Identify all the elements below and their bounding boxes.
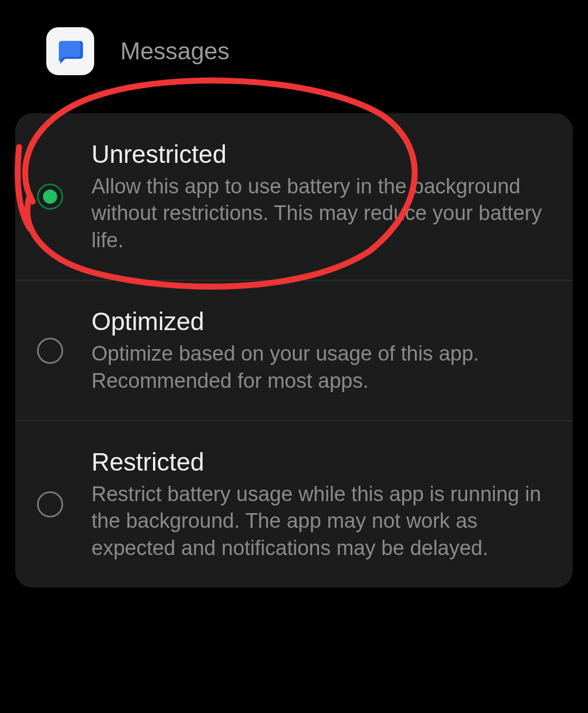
battery-options-card: Unrestricted Allow this app to use batte… xyxy=(15,113,573,588)
option-content: Optimized Optimize based on your usage o… xyxy=(91,307,551,394)
option-description: Optimize based on your usage of this app… xyxy=(91,340,551,394)
option-optimized[interactable]: Optimized Optimize based on your usage o… xyxy=(15,281,573,421)
option-description: Restrict battery usage while this app is… xyxy=(91,481,551,562)
messages-icon xyxy=(55,36,85,66)
app-header: Messages xyxy=(0,0,588,97)
radio-unrestricted[interactable] xyxy=(37,184,63,210)
radio-restricted[interactable] xyxy=(37,491,63,517)
radio-optimized[interactable] xyxy=(37,338,63,364)
option-description: Allow this app to use battery in the bac… xyxy=(91,173,551,254)
option-content: Unrestricted Allow this app to use batte… xyxy=(91,139,551,254)
option-title: Unrestricted xyxy=(91,139,551,169)
option-title: Restricted xyxy=(91,447,551,477)
messages-app-icon xyxy=(46,27,94,75)
option-restricted[interactable]: Restricted Restrict battery usage while … xyxy=(15,421,573,588)
option-title: Optimized xyxy=(91,307,551,336)
option-content: Restricted Restrict battery usage while … xyxy=(91,447,551,562)
app-name-label: Messages xyxy=(120,38,230,65)
option-unrestricted[interactable]: Unrestricted Allow this app to use batte… xyxy=(15,113,573,281)
